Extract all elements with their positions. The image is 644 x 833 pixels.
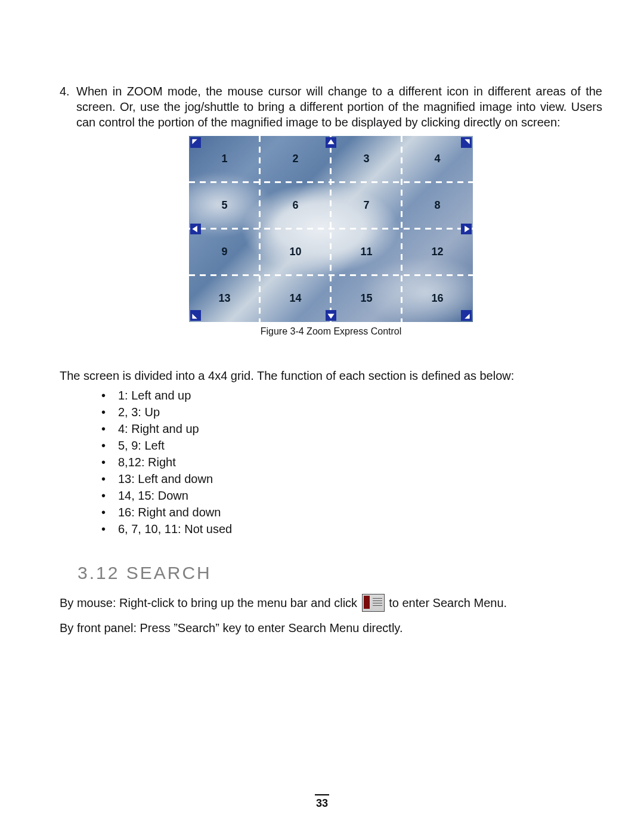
grid-cell: 9 bbox=[189, 229, 260, 275]
arrow-down-right-icon bbox=[461, 310, 472, 321]
svg-marker-3 bbox=[192, 225, 197, 232]
grid-cell: 7 bbox=[331, 182, 402, 229]
svg-marker-7 bbox=[465, 314, 469, 318]
arrow-up-icon bbox=[326, 137, 336, 148]
arrow-down-icon bbox=[326, 310, 336, 321]
list-item: 6, 7, 10, 11: Not used bbox=[101, 521, 602, 537]
list-item: 13: Left and down bbox=[101, 470, 602, 487]
figure-zoom-grid: 1 2 3 4 5 6 7 8 9 10 11 12 13 14 15 16 bbox=[60, 136, 602, 322]
list-item: 4: Right and up bbox=[101, 420, 602, 437]
grid-cell: 2 bbox=[260, 136, 331, 182]
svg-marker-4 bbox=[465, 225, 469, 232]
list-item: 5, 9: Left bbox=[101, 437, 602, 454]
section-heading-search: 3.12 SEARCH bbox=[78, 561, 602, 584]
grid-cell: 8 bbox=[402, 182, 473, 229]
list-item: 8,12: Right bbox=[101, 454, 602, 470]
ordered-list-text: When in ZOOM mode, the mouse cursor will… bbox=[76, 83, 602, 130]
arrow-up-right-icon bbox=[461, 137, 472, 148]
list-item: 14, 15: Down bbox=[101, 487, 602, 504]
svg-marker-2 bbox=[465, 139, 469, 144]
grid-cell: 3 bbox=[331, 136, 402, 182]
grid-cell: 5 bbox=[189, 182, 260, 229]
arrow-right-icon bbox=[461, 224, 472, 234]
svg-marker-5 bbox=[192, 314, 197, 318]
list-item: 2, 3: Up bbox=[101, 404, 602, 420]
page-number: 33 bbox=[0, 794, 644, 810]
grid-cell: 10 bbox=[260, 229, 331, 275]
search-by-panel-text: By front panel: Press ”Search” key to en… bbox=[60, 620, 602, 636]
grid-cell: 15 bbox=[331, 275, 402, 322]
zoom-grid-image: 1 2 3 4 5 6 7 8 9 10 11 12 13 14 15 16 bbox=[189, 136, 473, 322]
search-toolbar-icon bbox=[362, 594, 385, 612]
arrow-left-icon bbox=[190, 224, 201, 234]
arrow-down-left-icon bbox=[190, 310, 201, 321]
figure-caption: Figure 3-4 Zoom Express Control bbox=[60, 326, 602, 338]
list-item: 16: Right and down bbox=[101, 504, 602, 521]
svg-marker-0 bbox=[192, 139, 197, 144]
grid-function-list: 1: Left and up 2, 3: Up 4: Right and up … bbox=[60, 387, 602, 537]
grid-cell: 12 bbox=[402, 229, 473, 275]
svg-marker-6 bbox=[327, 314, 334, 318]
ordered-list-item-4: 4. When in ZOOM mode, the mouse cursor w… bbox=[60, 83, 602, 130]
search-by-mouse-text: By mouse: Right-click to bring up the me… bbox=[60, 595, 602, 613]
grid-cell: 11 bbox=[331, 229, 402, 275]
arrow-up-left-icon bbox=[190, 137, 201, 148]
text-fragment: By mouse: Right-click to bring up the me… bbox=[60, 596, 361, 609]
grid-intro-text: The screen is divided into a 4x4 grid. T… bbox=[60, 368, 602, 383]
grid-cell: 14 bbox=[260, 275, 331, 322]
list-item: 1: Left and up bbox=[101, 387, 602, 404]
svg-marker-1 bbox=[327, 139, 334, 144]
grid-cell: 6 bbox=[260, 182, 331, 229]
manual-page: 4. When in ZOOM mode, the mouse cursor w… bbox=[0, 0, 644, 833]
page-number-value: 33 bbox=[316, 797, 328, 809]
text-fragment: to enter Search Menu. bbox=[386, 596, 507, 609]
ordered-list-number: 4. bbox=[60, 83, 76, 99]
